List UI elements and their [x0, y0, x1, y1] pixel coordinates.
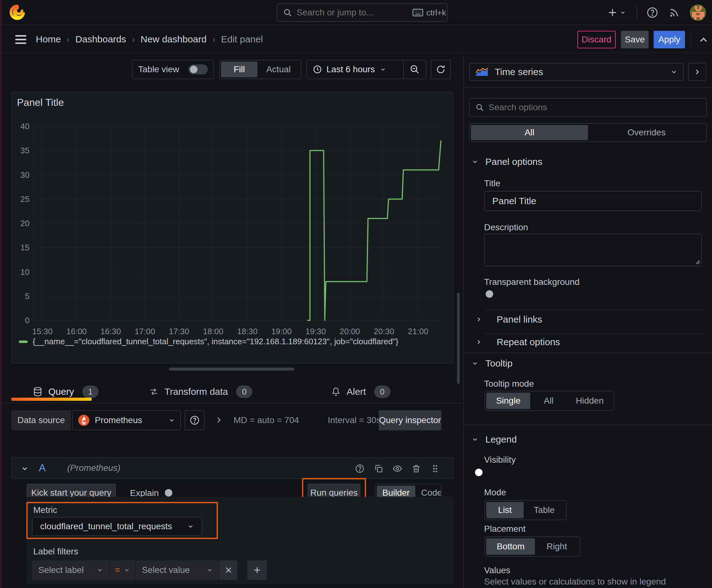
svg-text:15:30: 15:30	[32, 327, 52, 336]
expand-row-icon[interactable]	[214, 415, 223, 425]
tab-overrides[interactable]: Overrides	[588, 125, 705, 140]
panel: Panel Title 051015202530354015:3016:0016…	[11, 92, 454, 363]
legend-mode-segmented: List Table	[484, 500, 567, 520]
chevron-down-icon	[620, 9, 626, 16]
metric-value: cloudflared_tunnel_total_requests	[40, 521, 187, 531]
save-button[interactable]: Save	[621, 31, 649, 48]
scrollbar-thumb[interactable]	[457, 293, 459, 384]
datasource-picker[interactable]: Prometheus	[72, 410, 181, 430]
chevron-down-icon	[124, 567, 130, 573]
collapse-header-icon[interactable]	[697, 34, 710, 46]
refresh-icon	[436, 64, 446, 75]
panel-links-label: Panel links	[497, 314, 542, 325]
svg-text:19:00: 19:00	[271, 327, 292, 336]
placement-bottom-option[interactable]: Bottom	[486, 538, 535, 555]
add-label-filter-button[interactable]	[247, 560, 267, 580]
label-filter-name-select[interactable]: Select label	[32, 560, 109, 580]
help-button[interactable]	[646, 6, 659, 19]
avatar[interactable]	[689, 4, 706, 21]
search-box[interactable]: ctrl+k	[277, 3, 448, 22]
window-edge	[0, 0, 2, 588]
tab-transform-data[interactable]: Transform data 0	[149, 383, 253, 401]
panel-title-input[interactable]	[484, 191, 702, 211]
tabs-bottom-border	[2, 403, 463, 403]
zoom-out-time-button[interactable]	[404, 60, 426, 79]
description-textarea[interactable]	[484, 234, 702, 266]
placement-right-option[interactable]: Right	[535, 538, 579, 555]
query-ref-id[interactable]: A	[39, 462, 45, 474]
chevron-down-icon	[380, 66, 386, 72]
repeat-options-section[interactable]: Repeat options	[475, 337, 560, 348]
title-label: Title	[484, 178, 500, 188]
query-inspector-button[interactable]: Query inspector	[379, 410, 441, 430]
collapse-options-button[interactable]	[688, 63, 706, 81]
operator-value: =	[115, 565, 120, 575]
drag-query-handle-icon[interactable]	[430, 464, 440, 474]
query-datasource-name: (Prometheus)	[67, 463, 121, 473]
apply-button[interactable]: Apply	[654, 31, 685, 48]
query-row-header[interactable]: A (Prometheus)	[11, 457, 454, 479]
interval-stat: Interval = 30s	[328, 415, 381, 425]
keyboard-icon	[412, 8, 423, 17]
legend-section-header[interactable]: Legend	[472, 434, 517, 445]
query-help-icon[interactable]	[355, 464, 365, 474]
legend-series-label[interactable]: {__name__="cloudflared_tunnel_total_requ…	[33, 337, 398, 346]
search-options-box[interactable]	[469, 98, 707, 117]
chevron-right-icon	[475, 316, 482, 323]
chevron-down-icon	[472, 436, 478, 443]
time-series-chart[interactable]: 051015202530354015:3016:0016:3017:0017:3…	[12, 92, 453, 344]
metric-select[interactable]: cloudflared_tunnel_total_requests	[32, 517, 202, 536]
remove-label-filter-button[interactable]	[220, 560, 237, 580]
active-tab-underline	[11, 398, 92, 401]
tooltip-hidden-option[interactable]: Hidden	[567, 393, 612, 409]
options-pane-border	[463, 54, 464, 588]
search-input[interactable]	[297, 7, 410, 18]
mode-table-option[interactable]: Table	[524, 502, 565, 518]
tab-all[interactable]: All	[471, 125, 588, 140]
chart-legend: {__name__="cloudflared_tunnel_total_requ…	[19, 337, 398, 346]
toggle-visibility-icon[interactable]	[392, 464, 403, 474]
duplicate-query-icon[interactable]	[373, 464, 384, 474]
panel-options-title: Panel options	[486, 156, 542, 167]
visualization-picker[interactable]: Time series	[469, 63, 684, 81]
fill-option[interactable]: Fill	[221, 62, 257, 77]
tooltip-section-header[interactable]: Tooltip	[472, 358, 513, 369]
chevron-down-icon	[671, 68, 677, 76]
panel-options-header[interactable]: Panel options	[472, 156, 542, 167]
transparent-background-label: Transparent background	[484, 277, 580, 287]
breadcrumb-home[interactable]: Home	[36, 34, 61, 45]
breadcrumb-dashboards[interactable]: Dashboards	[75, 34, 126, 45]
mode-list-option[interactable]: List	[486, 502, 524, 518]
datasource-label: Data source	[11, 410, 71, 430]
label-filter-operator-select[interactable]: =	[110, 560, 135, 580]
news-rss-button[interactable]	[668, 6, 681, 19]
add-menu-button[interactable]	[607, 6, 626, 19]
plus-icon	[607, 7, 618, 18]
tooltip-single-option[interactable]: Single	[486, 393, 530, 409]
timeseries-viz-icon	[475, 67, 489, 77]
topbar-divider	[637, 6, 637, 19]
svg-text:30: 30	[20, 170, 29, 180]
tooltip-all-option[interactable]: All	[530, 393, 567, 409]
refresh-button[interactable]	[431, 60, 451, 79]
search-options-input[interactable]	[489, 102, 701, 112]
chevron-right-icon	[475, 339, 482, 345]
datasource-help-button[interactable]	[185, 410, 205, 430]
breadcrumb-new-dashboard[interactable]: New dashboard	[141, 34, 207, 45]
tab-query-count: 1	[82, 385, 99, 398]
tab-alert[interactable]: Alert 0	[331, 383, 390, 401]
resize-drag-handle[interactable]	[169, 368, 295, 371]
svg-text:5: 5	[25, 292, 29, 301]
time-range-button[interactable]: Last 6 hours	[307, 60, 403, 79]
delete-query-icon[interactable]	[411, 464, 421, 474]
select-value-placeholder: Select value	[142, 565, 190, 575]
actual-option[interactable]: Actual	[257, 62, 300, 77]
select-label-placeholder: Select label	[38, 565, 84, 575]
discard-button[interactable]: Discard	[577, 31, 616, 48]
menu-toggle-icon[interactable]	[15, 35, 28, 45]
table-view-toggle[interactable]	[188, 64, 208, 75]
collapse-query-icon[interactable]	[21, 465, 29, 473]
grafana-logo-icon[interactable]	[9, 4, 26, 21]
panel-links-section[interactable]: Panel links	[475, 314, 542, 325]
label-filter-value-select[interactable]: Select value	[136, 560, 219, 580]
